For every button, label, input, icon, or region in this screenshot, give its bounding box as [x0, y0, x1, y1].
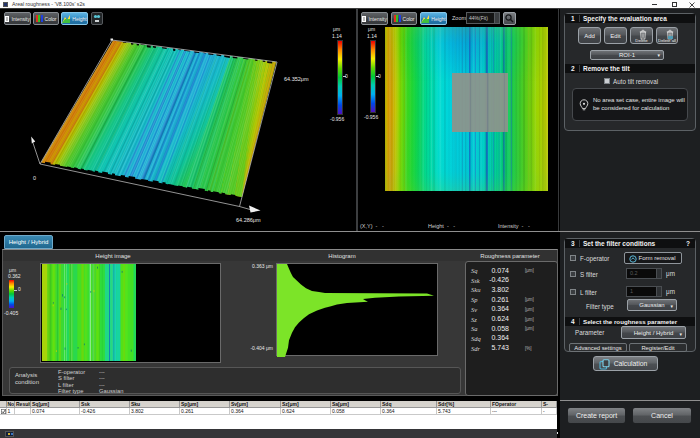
svg-text:0: 0 [33, 175, 36, 181]
svg-text:64.286μm: 64.286μm [236, 217, 261, 223]
svg-text:64.352μm: 64.352μm [284, 76, 309, 82]
